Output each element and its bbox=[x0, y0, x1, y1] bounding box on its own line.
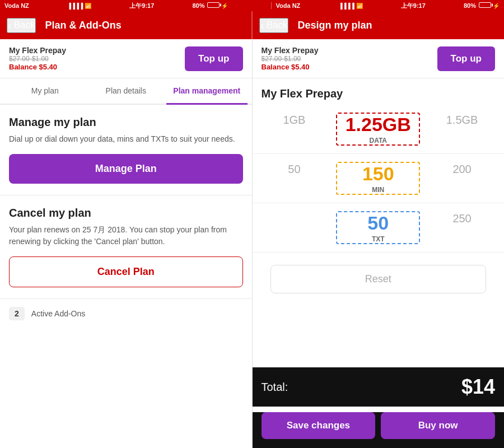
right-account-number: $27.00-$1.00 bbox=[262, 55, 319, 63]
manage-plan-section: Manage my plan Dial up or dial down your… bbox=[0, 105, 252, 195]
cancel-plan-title: Cancel my plan bbox=[9, 207, 243, 220]
left-balance: Balance $5.40 bbox=[9, 63, 66, 71]
right-back-label: Back bbox=[267, 20, 288, 31]
left-topup-button[interactable]: Top up bbox=[185, 46, 242, 71]
addons-row: 2 Active Add-Ons bbox=[0, 299, 252, 328]
min-val-2: 150 bbox=[362, 163, 394, 185]
right-carrier-2: Voda NZ bbox=[271, 2, 301, 9]
manage-plan-desc: Dial up or dial down your data, mins and… bbox=[9, 133, 243, 145]
right-battery-pct: 80% bbox=[464, 2, 476, 9]
tab-plan-management[interactable]: Plan management bbox=[166, 78, 248, 105]
min-unit: MIN bbox=[372, 186, 384, 194]
txt-selector-row[interactable]: 50 TXT 250 bbox=[253, 203, 505, 253]
data-option-1gb[interactable]: 1GB bbox=[253, 110, 337, 148]
right-account-name: My Flex Prepay bbox=[262, 46, 319, 55]
left-battery-pct: 80% bbox=[192, 2, 204, 9]
right-back-button[interactable]: ‹ Back bbox=[259, 18, 288, 33]
left-back-label: Back bbox=[14, 20, 35, 31]
left-back-button[interactable]: ‹ Back bbox=[7, 18, 36, 33]
cancel-plan-button[interactable]: Cancel Plan bbox=[9, 256, 243, 287]
data-val-3: 1.5GB bbox=[446, 114, 478, 127]
reset-wrapper: Reset bbox=[253, 253, 505, 306]
bottom-section: Total: $14 Save changes Buy now bbox=[253, 367, 505, 448]
right-wifi-icon: 📶 bbox=[356, 3, 363, 9]
cancel-plan-section: Cancel my plan Your plan renews on 25 7月… bbox=[0, 195, 252, 299]
min-option-200[interactable]: 200 bbox=[420, 160, 504, 197]
buy-now-button[interactable]: Buy now bbox=[381, 412, 495, 439]
right-account-info: My Flex Prepay $27.00-$1.00 Balance $5.4… bbox=[262, 46, 319, 71]
txt-val-2: 50 bbox=[367, 212, 389, 234]
right-topup-button[interactable]: Top up bbox=[437, 46, 495, 71]
data-val-2: 1.25GB bbox=[346, 114, 411, 136]
min-selector-row[interactable]: 50 150 MIN 200 bbox=[253, 154, 505, 203]
min-option-50[interactable]: 50 bbox=[253, 160, 337, 197]
right-signal-icon: ▐▐▐▐ bbox=[338, 3, 354, 9]
data-unit: DATA bbox=[369, 137, 387, 144]
plan-title: My Flex Prepay bbox=[253, 78, 505, 105]
min-val-1: 50 bbox=[288, 163, 300, 176]
right-panel: My Flex Prepay $27.00-$1.00 Balance $5.4… bbox=[253, 39, 505, 448]
manage-plan-button[interactable]: Manage Plan bbox=[9, 154, 243, 184]
right-balance: Balance $5.40 bbox=[262, 63, 319, 71]
txt-val-3: 250 bbox=[452, 212, 471, 225]
tab-plan-details[interactable]: Plan details bbox=[86, 78, 167, 105]
min-option-150[interactable]: 150 MIN bbox=[336, 160, 420, 197]
left-charging-icon: ⚡ bbox=[221, 3, 228, 9]
left-carrier: Voda NZ bbox=[4, 2, 29, 9]
left-account-row: My Flex Prepay $27.00-$1.00 Balance $5.4… bbox=[0, 39, 252, 78]
tab-my-plan[interactable]: My plan bbox=[4, 78, 86, 105]
left-chevron-icon: ‹ bbox=[8, 19, 12, 32]
left-account-name: My Flex Prepay bbox=[9, 46, 66, 55]
left-account-number: $27.00-$1.00 bbox=[9, 55, 66, 63]
addons-count: 2 bbox=[9, 307, 25, 320]
right-charging-icon: ⚡ bbox=[493, 3, 500, 9]
left-wifi-icon: 📶 bbox=[85, 3, 91, 9]
total-amount: $14 bbox=[461, 375, 495, 399]
data-option-125gb[interactable]: 1.25GB DATA bbox=[336, 110, 420, 148]
txt-option-250[interactable]: 250 bbox=[420, 209, 504, 246]
total-bar: Total: $14 bbox=[253, 367, 505, 407]
left-status-bar: Voda NZ ▐▐▐▐ 📶 上午9:17 80% ⚡ Voda NZ ▐▐▐▐… bbox=[0, 0, 504, 11]
data-selector-row[interactable]: 1GB 1.25GB DATA 1.5GB bbox=[253, 105, 505, 154]
txt-option-50[interactable]: 50 TXT bbox=[336, 209, 420, 246]
right-time: 上午9:17 bbox=[401, 2, 426, 10]
right-chevron-icon: ‹ bbox=[260, 19, 264, 32]
left-time: 上午9:17 bbox=[129, 2, 154, 10]
reset-button[interactable]: Reset bbox=[270, 265, 487, 293]
left-tabs: My plan Plan details Plan management bbox=[0, 78, 252, 105]
left-battery-icon bbox=[206, 2, 220, 9]
manage-plan-title: Manage my plan bbox=[9, 116, 243, 129]
txt-unit: TXT bbox=[372, 235, 385, 243]
addons-label: Active Add-Ons bbox=[31, 309, 86, 318]
left-header: ‹ Back Plan & Add-Ons bbox=[0, 11, 252, 39]
data-val-1: 1GB bbox=[283, 114, 305, 127]
left-account-info: My Flex Prepay $27.00-$1.00 Balance $5.4… bbox=[9, 46, 66, 71]
right-header-title: Design my plan bbox=[297, 20, 372, 31]
save-changes-button[interactable]: Save changes bbox=[262, 412, 376, 439]
cancel-plan-desc: Your plan renews on 25 7月 2018. You can … bbox=[9, 224, 243, 248]
min-val-3: 200 bbox=[452, 163, 471, 176]
bottom-actions: Save changes Buy now bbox=[253, 412, 505, 448]
txt-option-empty[interactable] bbox=[253, 209, 337, 246]
right-header: ‹ Back Design my plan bbox=[252, 11, 504, 39]
total-label: Total: bbox=[262, 381, 288, 394]
right-battery-icon bbox=[478, 2, 491, 9]
data-option-15gb[interactable]: 1.5GB bbox=[420, 110, 504, 148]
left-panel: My Flex Prepay $27.00-$1.00 Balance $5.4… bbox=[0, 39, 253, 448]
left-signal-icon: ▐▐▐▐ bbox=[67, 3, 83, 9]
left-header-title: Plan & Add-Ons bbox=[45, 20, 121, 31]
right-account-row: My Flex Prepay $27.00-$1.00 Balance $5.4… bbox=[253, 39, 505, 78]
